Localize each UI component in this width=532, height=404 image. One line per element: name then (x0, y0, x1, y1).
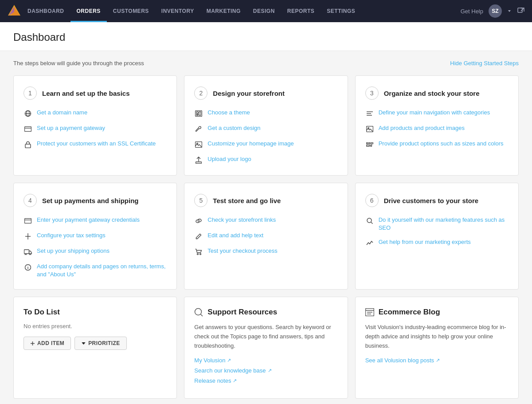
card-title-4: Set up payments and shipping (42, 197, 139, 204)
seo-link[interactable]: Do it yourself with our marketing featur… (379, 216, 509, 232)
svg-rect-26 (370, 145, 372, 146)
custom-design-link[interactable]: Get a custom design (207, 124, 260, 132)
steps-grid: 1 Learn and set up the basics Get a doma… (13, 75, 519, 290)
marketing-experts-link[interactable]: Get help from our marketing experts (379, 238, 471, 246)
products-icon (365, 125, 374, 133)
product-options-link[interactable]: Provide product options such as sizes an… (379, 140, 504, 148)
add-item-button[interactable]: ADD ITEM (23, 337, 71, 350)
svg-rect-12 (199, 112, 201, 115)
upload-icon (194, 156, 203, 165)
get-domain-link[interactable]: Get a domain name (37, 109, 87, 117)
check-links-link[interactable]: Check your storefront links (207, 216, 276, 224)
svg-line-44 (201, 314, 203, 317)
svg-rect-22 (366, 143, 368, 144)
company-details-link[interactable]: Add company details and pages on returns… (37, 263, 167, 278)
svg-point-38 (200, 254, 201, 255)
svg-point-37 (197, 254, 199, 255)
blog-all-posts-link[interactable]: See all Volusion blog posts ↗ (365, 357, 509, 364)
globe-icon (23, 109, 32, 118)
step-card-5: 5 Test store and go live Check your stor… (184, 183, 348, 290)
shipping-icon (23, 247, 32, 256)
define-nav-link[interactable]: Define your main navigation with categor… (379, 109, 490, 117)
lock-icon (23, 140, 32, 149)
navbar: DASHBOARD ORDERS CUSTOMERS INVENTORY MAR… (0, 0, 532, 22)
card-header-3: 3 Organize and stock your store (365, 86, 509, 100)
nav-orders[interactable]: ORDERS (70, 0, 107, 22)
upload-logo-link[interactable]: Upload your logo (207, 155, 251, 163)
list-item: Add products and product images (365, 124, 509, 133)
help-link[interactable]: Get Help (461, 8, 483, 15)
user-avatar[interactable]: SZ (489, 4, 502, 18)
svg-rect-7 (25, 127, 31, 132)
list-item: Check your storefront links (194, 216, 337, 225)
knowledge-base-link[interactable]: Search our knowledge base ↗ (194, 367, 337, 374)
wrench-icon (194, 125, 203, 133)
svg-rect-23 (368, 143, 370, 144)
homepage-image-link[interactable]: Customize your homepage image (207, 140, 293, 148)
svg-rect-25 (366, 145, 369, 146)
card-header-5: 5 Test store and go live (194, 194, 337, 207)
step-number-1: 1 (23, 86, 37, 100)
choose-theme-link[interactable]: Choose a theme (207, 109, 250, 117)
blog-title: Ecommerce Blog (365, 308, 509, 317)
nav-links: DASHBOARD ORDERS CUSTOMERS INVENTORY MAR… (21, 0, 461, 22)
list-item: Configure your tax settings (23, 231, 167, 241)
nav-reports[interactable]: REPORTS (281, 0, 321, 22)
list-item: Define your main navigation with categor… (365, 109, 509, 118)
step-number-2: 2 (194, 86, 207, 100)
add-products-link[interactable]: Add products and product images (379, 124, 465, 132)
nav-icon (365, 109, 374, 118)
external-link-icon[interactable] (517, 7, 525, 15)
list-item: Get a custom design (194, 124, 337, 133)
list-item: Provide product options such as sizes an… (365, 140, 509, 149)
shipping-options-link[interactable]: Set up your shipping options (37, 247, 110, 255)
svg-point-33 (30, 254, 31, 255)
nav-dashboard[interactable]: DASHBOARD (21, 0, 70, 22)
svg-point-32 (25, 254, 27, 255)
test-checkout-link[interactable]: Test your checkout process (207, 247, 278, 255)
edit-help-text-link[interactable]: Edit and add help text (207, 231, 263, 239)
step-card-1: 1 Learn and set up the basics Get a doma… (13, 75, 177, 176)
card-title-1: Learn and set up the basics (42, 90, 130, 97)
card-links-6: Do it yourself with our marketing featur… (365, 216, 509, 247)
step-card-3: 3 Organize and stock your store Define y… (355, 75, 519, 176)
my-volusion-link[interactable]: My Volusion ↗ (194, 357, 337, 364)
payment-credentials-link[interactable]: Enter your payment gateway credentials (37, 216, 140, 224)
svg-point-39 (367, 218, 372, 223)
step-number-6: 6 (365, 194, 379, 207)
bottom-grid: To Do List No entries present. ADD ITEM … (13, 297, 519, 398)
support-title: Support Resources (194, 308, 337, 317)
plus-icon (30, 341, 35, 346)
guide-header: The steps below will guide you through t… (13, 60, 519, 67)
nav-design[interactable]: DESIGN (247, 0, 281, 22)
nav-settings[interactable]: SETTINGS (321, 0, 361, 22)
nav-inventory[interactable]: INVENTORY (155, 0, 200, 22)
trend-icon (365, 239, 374, 247)
tax-icon (23, 232, 32, 241)
sort-icon (81, 341, 86, 346)
nav-marketing[interactable]: MARKETING (200, 0, 247, 22)
prioritize-button[interactable]: PRIORITIZE (74, 337, 126, 350)
ssl-link[interactable]: Protect your customers with an SSL Certi… (37, 140, 156, 148)
card-links-3: Define your main navigation with categor… (365, 109, 509, 149)
card-links-5: Check your storefront links Edit and add… (194, 216, 337, 256)
external-icon: ↗ (227, 357, 231, 363)
list-item: Get a domain name (23, 109, 167, 118)
step-card-6: 6 Drive customers to your store Do it yo… (355, 183, 519, 290)
image-icon (194, 140, 203, 149)
todo-title: To Do List (23, 308, 167, 317)
nav-customers[interactable]: CUSTOMERS (107, 0, 155, 22)
payment-gateway-link[interactable]: Set up a payment gateway (37, 124, 105, 132)
svg-line-40 (371, 222, 373, 224)
release-notes-link[interactable]: Release notes ↗ (194, 377, 337, 384)
list-item: Protect your customers with an SSL Certi… (23, 140, 167, 149)
svg-rect-13 (196, 114, 198, 115)
hide-steps-link[interactable]: Hide Getting Started Steps (450, 60, 519, 67)
theme-icon (194, 109, 203, 118)
tax-settings-link[interactable]: Configure your tax settings (37, 231, 106, 239)
step-card-2: 2 Design your storefront Choose a theme … (184, 75, 348, 176)
payment-icon (23, 125, 32, 133)
svg-rect-16 (196, 162, 202, 164)
external-icon: ↗ (233, 378, 237, 384)
external-icon: ↗ (268, 368, 272, 373)
